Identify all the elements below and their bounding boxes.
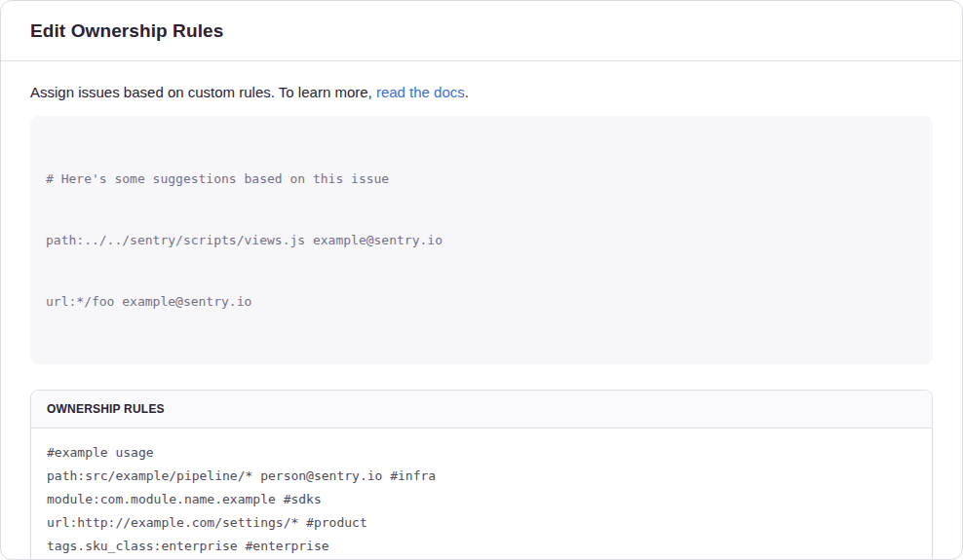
suggestion-line: # Here's some suggestions based on this … xyxy=(46,168,917,189)
suggestion-line: url:*/foo example@sentry.io xyxy=(46,291,917,312)
modal-header: Edit Ownership Rules xyxy=(1,1,962,61)
suggestion-line: path:../../sentry/scripts/views.js examp… xyxy=(46,230,917,250)
ownership-rules-panel-header: OWNERSHIP RULES xyxy=(31,391,932,429)
ownership-rules-textarea[interactable]: #example usage path:src/example/pipeline… xyxy=(31,429,932,560)
description-suffix: . xyxy=(465,84,469,100)
modal-body: Assign issues based on custom rules. To … xyxy=(1,61,962,560)
description-prefix: Assign issues based on custom rules. To … xyxy=(30,84,376,100)
description-text: Assign issues based on custom rules. To … xyxy=(30,83,933,102)
ownership-rules-panel: OWNERSHIP RULES #example usage path:src/… xyxy=(30,390,933,560)
modal-title: Edit Ownership Rules xyxy=(30,20,223,42)
edit-ownership-rules-modal: Edit Ownership Rules Assign issues based… xyxy=(0,0,963,560)
read-the-docs-link[interactable]: read the docs xyxy=(376,84,465,100)
suggestions-code-block: # Here's some suggestions based on this … xyxy=(30,116,933,364)
